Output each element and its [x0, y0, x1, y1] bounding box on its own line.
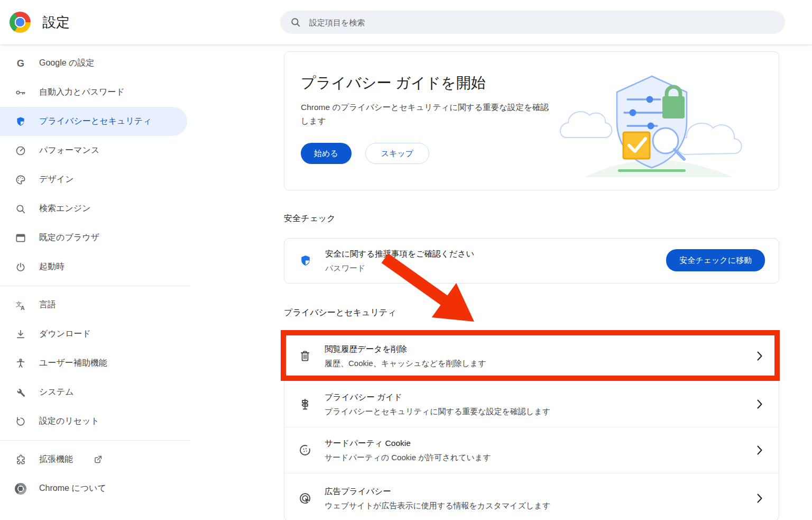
row-subtitle: サードパーティの Cookie が許可されています: [325, 453, 491, 463]
privacy-shield-illustration: [556, 65, 746, 178]
sidebar-item-downloads[interactable]: ダウンロード: [0, 320, 187, 349]
sidebar-item-label: システム: [39, 387, 74, 398]
start-button[interactable]: 始める: [301, 143, 352, 164]
sidebar-item-languages[interactable]: 文A 言語: [0, 290, 187, 320]
safety-check-card: 安全に関する推奨事項をご確認ください パスワード 安全チェックに移動: [284, 238, 779, 284]
sidebar-item-label: 起動時: [39, 261, 64, 272]
external-link-icon: [93, 454, 103, 464]
power-icon: [15, 261, 26, 273]
sidebar-item-label: ユーザー補助機能: [39, 358, 107, 369]
sidebar-item-on-startup[interactable]: 起動時: [0, 252, 187, 281]
chevron-right-icon: [756, 445, 763, 455]
sidebar-divider: [0, 440, 190, 441]
chevron-right-icon: [756, 493, 763, 504]
chrome-logo-icon: [10, 12, 31, 33]
row-subtitle: プライバシーとセキュリティに関する重要な設定を確認します: [325, 407, 550, 417]
sidebar-item-label: 自動入力とパスワード: [39, 87, 125, 98]
accessibility-icon: [15, 358, 26, 369]
sidebar-item-label: 拡張機能: [39, 454, 73, 465]
key-icon: [15, 87, 26, 98]
svg-text:G: G: [17, 58, 24, 69]
chevron-right-icon: [756, 399, 763, 409]
shield-icon: [15, 116, 26, 127]
sidebar-item-label: 言語: [39, 299, 56, 311]
row-title: プライバシー ガイド: [325, 392, 550, 403]
reset-icon: [15, 416, 26, 427]
page-title: 設定: [42, 13, 70, 32]
sidebar-item-privacy-security[interactable]: プライバシーとセキュリティ: [0, 107, 187, 136]
settings-search[interactable]: [280, 11, 785, 34]
sidebar-item-system[interactable]: システム: [0, 378, 187, 407]
row-subtitle: 履歴、Cookie、キャッシュなどを削除します: [325, 359, 486, 369]
checkbox: [623, 132, 650, 159]
svg-text:A: A: [21, 304, 25, 311]
go-to-safety-check-button[interactable]: 安全チェックに移動: [666, 249, 765, 271]
search-icon: [15, 203, 26, 215]
safety-check-subtitle: パスワード: [325, 263, 474, 273]
speedometer-icon: [15, 145, 26, 157]
chrome-logo-gray-icon: [15, 483, 26, 495]
skip-button[interactable]: スキップ: [365, 143, 429, 164]
wrench-icon: [15, 387, 26, 398]
chrome-settings-page: 設定 G Google の設定 自動入力とパスワード プライバシーとセキュリティ…: [0, 0, 812, 520]
safety-shield-icon: [299, 254, 312, 268]
row-subtitle: ウェブサイトが広告表示に使用する情報をカスタマイズします: [325, 501, 550, 511]
sidebar-item-label: 検索エンジン: [39, 203, 91, 214]
sidebar-item-label: Chrome について: [39, 483, 106, 494]
row-title: サードパーティ Cookie: [325, 438, 491, 449]
ad-privacy-icon: [298, 491, 312, 505]
puzzle-icon: [15, 454, 26, 466]
privacy-guide-icon: [298, 397, 312, 411]
row-title: 閲覧履歴データを削除: [325, 344, 486, 355]
sidebar-item-label: 設定のリセット: [39, 416, 99, 427]
trash-icon: [298, 349, 312, 363]
header: 設定: [0, 0, 812, 45]
sidebar-item-autofill[interactable]: 自動入力とパスワード: [0, 78, 187, 107]
banner-title: プライバシー ガイドを開始: [301, 73, 486, 93]
lock-icon: [662, 96, 685, 118]
main-content: プライバシー ガイドを開始 Chrome のプライバシーとセキュリティに関する重…: [190, 44, 812, 520]
google-g-icon: G: [15, 58, 26, 69]
browser-window-icon: [15, 232, 26, 244]
sidebar-item-label: ダウンロード: [39, 329, 91, 340]
sidebar-item-label: パフォーマンス: [39, 145, 99, 156]
sidebar-item-reset-settings[interactable]: 設定のリセット: [0, 407, 187, 436]
sidebar-item-search-engine[interactable]: 検索エンジン: [0, 194, 187, 223]
privacy-guide-banner: プライバシー ガイドを開始 Chrome のプライバシーとセキュリティに関する重…: [284, 51, 779, 190]
ground-line: [618, 169, 686, 172]
sidebar-item-appearance[interactable]: デザイン: [0, 165, 187, 194]
row-clear-browsing-data[interactable]: 閲覧履歴データを削除 履歴、Cookie、キャッシュなどを削除します: [284, 331, 779, 381]
sidebar-item-label: Google の設定: [39, 58, 94, 69]
search-input[interactable]: [308, 17, 776, 28]
safety-check-heading: 安全チェック: [284, 213, 336, 224]
row-third-party-cookies[interactable]: サードパーティ Cookie サードパーティの Cookie が許可されています: [284, 427, 779, 473]
sidebar-item-extensions[interactable]: 拡張機能: [0, 445, 187, 474]
sidebar-item-label: 既定のブラウザ: [39, 232, 99, 243]
privacy-security-list: 閲覧履歴データを削除 履歴、Cookie、キャッシュなどを削除します プライバシ…: [284, 331, 779, 520]
sidebar-item-label: デザイン: [39, 174, 74, 185]
row-privacy-guide[interactable]: プライバシー ガイド プライバシーとセキュリティに関する重要な設定を確認します: [284, 381, 779, 427]
row-title: 広告プライバシー: [325, 486, 550, 497]
sidebar-item-performance[interactable]: パフォーマンス: [0, 136, 187, 165]
download-icon: [15, 329, 26, 340]
privacy-security-heading: プライバシーとセキュリティ: [284, 307, 396, 318]
search-icon: [290, 16, 301, 28]
sidebar-item-about-chrome[interactable]: Chrome について: [0, 474, 187, 503]
banner-description: Chrome のプライバシーとセキュリティに関する重要な設定を確認します: [301, 101, 549, 128]
safety-check-title: 安全に関する推奨事項をご確認ください: [325, 249, 474, 260]
sidebar-item-accessibility[interactable]: ユーザー補助機能: [0, 349, 187, 378]
sidebar-divider: [0, 286, 190, 286]
cookie-icon: [298, 443, 312, 457]
sidebar-item-google-settings[interactable]: G Google の設定: [0, 49, 187, 78]
cloud-left: [560, 112, 612, 138]
sidebar-item-default-browser[interactable]: 既定のブラウザ: [0, 223, 187, 252]
chevron-right-icon: [756, 351, 763, 361]
sidebar-item-label: プライバシーとセキュリティ: [39, 116, 152, 127]
palette-icon: [15, 174, 26, 186]
sidebar: G Google の設定 自動入力とパスワード プライバシーとセキュリティ パフ…: [0, 44, 190, 520]
translate-icon: 文A: [15, 299, 26, 311]
row-ad-privacy[interactable]: 広告プライバシー ウェブサイトが広告表示に使用する情報をカスタマイズします: [284, 473, 779, 520]
